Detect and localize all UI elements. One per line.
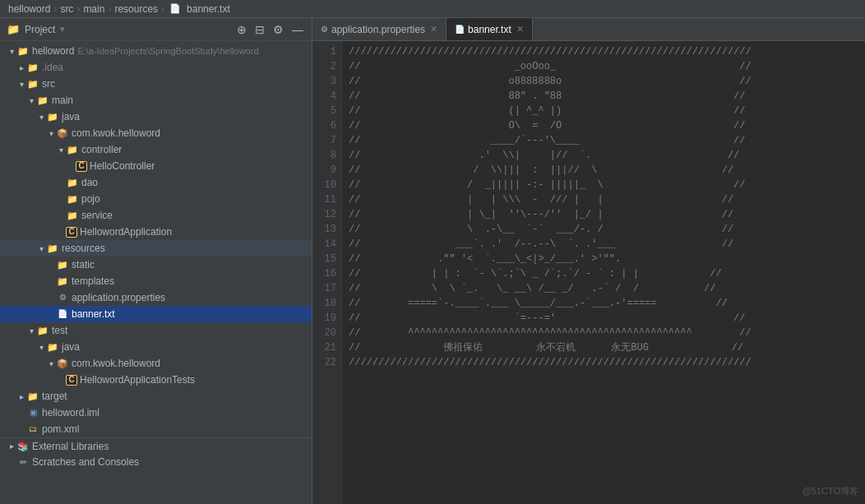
tree-item-bannertxt[interactable]: 📄 banner.txt	[0, 306, 312, 322]
tree-item-target[interactable]: 📁 target	[0, 388, 312, 405]
folder-icon-testjava: 📁	[46, 341, 59, 353]
folder-icon-controller: 📁	[66, 144, 79, 155]
tree-item-src[interactable]: 📁 src	[0, 76, 312, 92]
folder-icon-testpackage: 📦	[56, 358, 69, 369]
tree-item-scratches[interactable]: ✏ Scratches and Consoles	[0, 454, 312, 470]
label-dao: dao	[81, 177, 98, 188]
tab-banner-icon: 📄	[455, 25, 465, 34]
breadcrumb-file: banner.txt	[187, 3, 230, 15]
code-line: // ___`. .' /--.--\ `. .'___ //	[349, 237, 858, 252]
class-icon-hellowordapp: C	[66, 227, 77, 238]
code-area[interactable]: ////////////////////////////////////////…	[342, 41, 865, 504]
folder-icon-helloword: 📁	[16, 45, 30, 57]
label-controller: controller	[81, 144, 122, 155]
tree-item-service[interactable]: 📁 service	[0, 207, 312, 224]
code-line: // =====`-.____`.___ \_____/___.-`___.-'…	[349, 296, 858, 311]
label-src: src	[42, 78, 55, 90]
tree-item-resources[interactable]: 📁 resources	[0, 240, 312, 257]
tree-item-pojo[interactable]: 📁 pojo	[0, 191, 312, 207]
label-bannertxt: banner.txt	[72, 308, 115, 320]
arrow-idea	[16, 63, 26, 72]
breadcrumb-project: helloword	[8, 3, 50, 15]
folder-icon-service: 📁	[66, 210, 79, 221]
tree-item-pom[interactable]: 🗂 pom.xml	[0, 421, 312, 437]
folder-icon-static: 📁	[56, 259, 69, 270]
tab-banner-txt[interactable]: 📄 banner.txt ✕	[446, 18, 533, 40]
tab-application-properties[interactable]: ⚙ application.properties ✕	[312, 18, 446, 40]
tree-item-templates[interactable]: 📁 templates	[0, 273, 312, 289]
sidebar-settings-btn[interactable]: ⚙	[271, 21, 285, 38]
tree-item-idea[interactable]: 📁 .idea	[0, 59, 312, 76]
folder-icon-src: 📁	[26, 78, 39, 90]
main-area: 📁 Project ▾ ⊕ ⊟ ⚙ — 📁 helloword E:\a-Ide…	[0, 18, 865, 504]
tree-item-test[interactable]: 📁 test	[0, 322, 312, 339]
tree-item-extlibs[interactable]: 📚 External Libraries	[0, 437, 312, 454]
arrow-src	[16, 80, 26, 89]
tree-item-hellocontroller[interactable]: C HelloController	[0, 158, 312, 174]
tree-item-apptests[interactable]: C HellowordApplicationTests	[0, 372, 312, 388]
label-apptests: HellowordApplicationTests	[80, 374, 195, 386]
arrow-main	[26, 96, 36, 105]
code-line: ////////////////////////////////////////…	[349, 355, 858, 370]
tree-item-java[interactable]: 📁 java	[0, 109, 312, 125]
folder-icon-dao: 📁	[66, 177, 79, 188]
folder-icon-resources: 📁	[46, 243, 59, 254]
sidebar-minimize-btn[interactable]: —	[290, 21, 305, 38]
sidebar-collapse-btn[interactable]: ⊟	[253, 21, 266, 38]
folder-icon-main: 📁	[36, 95, 49, 106]
tree-item-main[interactable]: 📁 main	[0, 92, 312, 109]
tree-item-testpackage[interactable]: 📦 com.kwok.helloword	[0, 355, 312, 372]
code-line: // | | : `- \`.;`\ _ /`;.`/ - ` : | | //	[349, 266, 858, 281]
tree-item-iml[interactable]: ▣ helloword.iml	[0, 405, 312, 421]
title-bar: helloword › src › main › resources › 📄 b…	[0, 0, 865, 18]
arrow-target	[16, 392, 26, 401]
folder-icon-java: 📁	[46, 111, 59, 123]
sidebar-add-btn[interactable]: ⊕	[235, 21, 248, 38]
sidebar: 📁 Project ▾ ⊕ ⊟ ⚙ — 📁 helloword E:\a-Ide…	[0, 18, 312, 504]
folder-icon-test: 📁	[36, 325, 49, 336]
label-target: target	[42, 391, 67, 402]
code-line: ////////////////////////////////////////…	[349, 44, 858, 59]
watermark: @51CTO博客	[803, 485, 858, 497]
folder-icon-templates: 📁	[56, 275, 69, 287]
tree-item-testjava[interactable]: 📁 java	[0, 339, 312, 355]
tree-item-dao[interactable]: 📁 dao	[0, 174, 312, 191]
tab-props-close[interactable]: ✕	[430, 24, 437, 35]
code-line: // \ .-\__ `-` ___/-. / //	[349, 222, 858, 237]
arrow-java	[36, 113, 46, 122]
code-line: // | | \\\ - /// | | //	[349, 192, 858, 207]
label-scratches: Scratches and Consoles	[32, 456, 139, 468]
code-line: // ____/`---'\____ //	[349, 133, 858, 148]
sidebar-dropdown-icon[interactable]: ▾	[60, 24, 65, 35]
label-pom: pom.xml	[42, 423, 79, 435]
file-icon-appprops: ⚙	[56, 292, 69, 303]
label-iml: helloword.iml	[42, 407, 99, 418]
sidebar-folder-icon: 📁	[7, 23, 20, 35]
code-line: // o8888888o //	[349, 74, 858, 89]
editor-content: 12345678910111213141516171819202122 ////…	[312, 41, 865, 504]
label-idea: .idea	[42, 62, 63, 73]
tab-banner-close[interactable]: ✕	[516, 24, 524, 35]
tree-item-controller[interactable]: 📁 controller	[0, 141, 312, 158]
scratches-icon: ✏	[16, 456, 30, 468]
label-extlibs: External Libraries	[32, 441, 109, 452]
arrow-test	[26, 326, 36, 335]
folder-icon-target: 📁	[26, 391, 39, 402]
tree-item-hellowordapp[interactable]: C HellowordApplication	[0, 224, 312, 240]
file-icon-iml: ▣	[26, 407, 39, 418]
tree-item-appprops[interactable]: ⚙ application.properties	[0, 289, 312, 306]
tab-bar: ⚙ application.properties ✕ 📄 banner.txt …	[312, 18, 865, 41]
folder-icon-idea: 📁	[26, 62, 39, 73]
tab-props-icon: ⚙	[321, 25, 328, 34]
code-line: // .' \\| |// `. //	[349, 148, 858, 163]
tree-item-package[interactable]: 📦 com.kwok.helloword	[0, 125, 312, 141]
code-line: // (| ^_^ |) //	[349, 104, 858, 118]
tree-item-helloword[interactable]: 📁 helloword E:\a-IdeaProjects\SpringBoot…	[0, 43, 312, 59]
folder-icon-package: 📦	[56, 127, 69, 139]
label-java: java	[62, 111, 80, 123]
breadcrumb: helloword › src › main › resources › 📄 b…	[7, 3, 234, 15]
file-icon-bannertxt: 📄	[56, 308, 69, 320]
tree-item-static[interactable]: 📁 static	[0, 257, 312, 273]
code-line: // 佛祖保佑 永不宕机 永无BUG //	[349, 340, 858, 355]
arrow-extlibs	[7, 442, 16, 451]
